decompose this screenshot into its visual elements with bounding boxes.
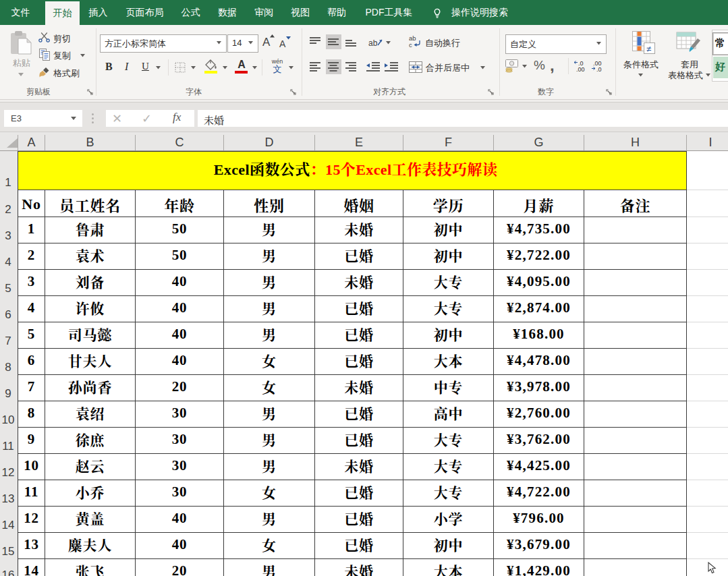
svg-text:c: c bbox=[409, 41, 412, 49]
svg-text:≠: ≠ bbox=[646, 44, 651, 54]
svg-text:.00: .00 bbox=[576, 66, 585, 72]
svg-text:.0: .0 bbox=[596, 66, 602, 72]
svg-text:ab: ab bbox=[368, 38, 378, 48]
